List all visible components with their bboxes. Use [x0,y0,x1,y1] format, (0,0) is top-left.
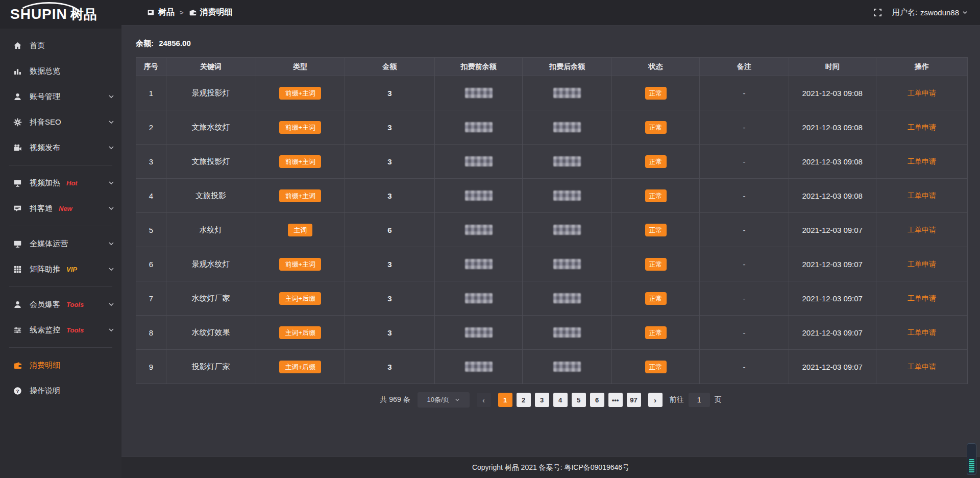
page-button-1[interactable]: 1 [498,393,512,407]
scrollbar-widget[interactable] [967,443,976,475]
page-button-3[interactable]: 3 [535,393,549,407]
cell-remark: - [700,247,789,281]
ticket-request-link[interactable]: 工单申请 [908,123,936,131]
menu-divider [9,286,112,287]
cell-time: 2021-12-03 09:07 [789,281,876,316]
wallet-icon [13,361,22,370]
cell-balance-before [434,179,523,213]
page-button-4[interactable]: 4 [553,393,568,407]
chevron-down-icon [962,10,968,15]
menu-item-tag: Tools [66,301,84,308]
jump-page-input[interactable] [689,393,710,407]
sidebar-item-clue-monitor[interactable]: 线索监控Tools [0,317,121,343]
svg-text:?: ? [16,388,19,393]
column-header: 备注 [700,58,789,76]
prev-page-button[interactable]: ‹ [477,393,491,407]
sidebar-item-label: 全媒体运营 [30,239,68,249]
cell-amount: 3 [345,281,434,316]
cell-balance-before [434,281,523,316]
breadcrumb-current[interactable]: 消费明细 [189,7,233,18]
page-size-select[interactable]: 10条/页 [418,392,470,408]
ticket-request-link[interactable]: 工单申请 [908,192,936,200]
sidebar-item-account-manage[interactable]: 账号管理 [0,84,121,109]
sliders-icon [13,326,22,334]
sidebar-item-douyin-seo[interactable]: 抖音SEO [0,109,121,135]
sidebar-item-douketong[interactable]: 抖客通New [0,196,121,221]
next-page-button[interactable]: › [648,393,663,407]
cell-remark: - [700,316,789,350]
page-button-2[interactable]: 2 [517,393,531,407]
wallet-icon [189,9,197,16]
page-ellipsis-button[interactable]: ••• [608,393,623,407]
table-row: 7水纹灯厂家主词+后缀3正常-2021-12-03 09:07工单申请 [136,281,968,316]
cell-time: 2021-12-03 09:07 [789,316,876,350]
sidebar-item-media-operation[interactable]: 全媒体运营 [0,231,121,256]
sidebar-item-home[interactable]: 首页 [0,33,121,58]
sidebar-item-help[interactable]: ?操作说明 [0,378,121,403]
app-logo[interactable]: SHUPIN 树品 [0,0,121,29]
masked-balance-before [465,190,493,201]
sidebar-item-consume-detail[interactable]: 消费明细 [0,352,121,378]
type-badge: 主词 [288,224,312,236]
topbar-right: 用户名: zswodun88 [873,8,968,17]
cell-type: 前缀+主词 [256,145,345,179]
cell-type: 前缀+主词 [256,247,345,281]
page-button-97[interactable]: 97 [627,393,641,407]
cell-time: 2021-12-03 09:08 [789,145,876,179]
ticket-request-link[interactable]: 工单申请 [908,226,936,234]
ticket-request-link[interactable]: 工单申请 [908,260,936,268]
sidebar-item-video-heat[interactable]: 视频加热Hot [0,170,121,196]
ticket-request-link[interactable]: 工单申请 [908,328,936,337]
cell-balance-before [434,145,523,179]
sidebar-item-matrix-boost[interactable]: 矩阵助推VIP [0,256,121,282]
scrollbar-thumb[interactable] [969,459,974,472]
cell-amount: 6 [345,213,434,247]
sidebar-item-label: 线索监控 [30,325,60,335]
status-badge: 正常 [645,326,667,339]
gear-icon [13,118,22,127]
type-badge: 主词+后缀 [279,326,321,339]
column-header: 状态 [611,58,700,76]
ticket-request-link[interactable]: 工单申请 [908,294,936,302]
fullscreen-icon[interactable] [873,8,882,17]
type-badge: 主词+后缀 [279,361,321,373]
table-row: 5水纹灯主词6正常-2021-12-03 09:07工单申请 [136,213,968,247]
page-button-6[interactable]: 6 [590,393,604,407]
page-button-5[interactable]: 5 [572,393,586,407]
cell-time: 2021-12-03 09:07 [789,350,876,384]
ticket-request-link[interactable]: 工单申请 [908,157,936,165]
masked-balance-before [465,88,493,98]
cell-index: 2 [136,110,166,145]
column-header: 扣费前余额 [434,58,523,76]
cell-keyword: 投影灯厂家 [166,350,256,384]
user-icon [13,300,22,309]
ticket-request-link[interactable]: 工单申请 [908,89,936,97]
column-header: 金额 [345,58,434,76]
masked-balance-before [465,327,493,338]
cell-status: 正常 [611,247,700,281]
masked-balance-after [553,88,581,98]
column-header: 类型 [256,58,345,76]
user-menu[interactable]: 用户名: zswodun88 [892,8,968,17]
cell-keyword: 水纹灯厂家 [166,281,256,316]
cell-action: 工单申请 [876,76,967,110]
sidebar-item-video-publish[interactable]: 视频发布 [0,135,121,160]
menu-item-tag: Tools [66,326,84,334]
pagination: 共 969 条 10条/页 ‹ 123456•••97 › 前往 页 [121,392,980,408]
consume-table-wrap: 序号关键词类型金额扣费前余额扣费后余额状态备注时间操作 1景观投影灯前缀+主词3… [136,57,968,384]
breadcrumb-home[interactable]: 树品 [147,7,175,18]
grid-icon [13,265,22,274]
page-list: 123456•••97 [498,393,641,407]
cell-status: 正常 [611,76,700,110]
app-icon [147,9,155,16]
cell-type: 主词 [256,213,345,247]
sidebar-item-data-overview[interactable]: 数据总览 [0,58,121,84]
sidebar-item-label: 抖客通 [30,204,53,213]
cell-balance-after [523,316,611,350]
sidebar-item-member-baoke[interactable]: 会员爆客Tools [0,292,121,317]
type-badge: 主词+后缀 [279,292,321,305]
ticket-request-link[interactable]: 工单申请 [908,363,936,371]
cell-status: 正常 [611,316,700,350]
type-badge: 前缀+主词 [279,121,321,134]
sidebar-item-label: 抖音SEO [30,117,61,127]
